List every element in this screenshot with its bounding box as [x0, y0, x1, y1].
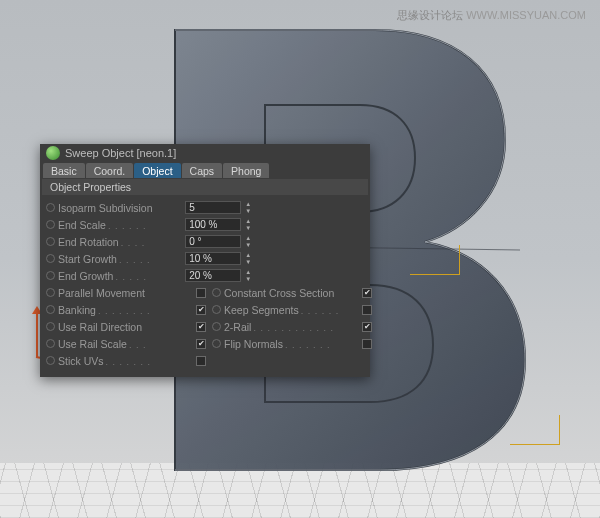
prop-row-isoparm: Isoparm Subdivision 5	[46, 199, 364, 216]
anim-dot-icon[interactable]	[46, 203, 55, 212]
end-scale-field[interactable]: 100 %	[185, 218, 241, 231]
prop-row-end-rotation: End Rotation. . . . 0 °	[46, 233, 364, 250]
anim-dot-icon[interactable]	[46, 339, 55, 348]
panel-tabs: Basic Coord. Object Caps Phong	[40, 162, 370, 179]
property-grid: Isoparm Subdivision 5 End Scale. . . . .…	[40, 195, 370, 371]
viewport-3d[interactable]: 思缘设计论坛 WWW.MISSYUAN.COM Sweep Object [ne…	[0, 0, 600, 518]
anim-dot-icon[interactable]	[46, 356, 55, 365]
attribute-panel: Sweep Object [neon.1] Basic Coord. Objec…	[40, 144, 370, 377]
anim-dot-icon[interactable]	[212, 305, 221, 314]
anim-dot-icon[interactable]	[212, 339, 221, 348]
selection-bracket	[410, 245, 460, 275]
isoparm-field[interactable]: 5	[185, 201, 241, 214]
anim-dot-icon[interactable]	[212, 288, 221, 297]
prop-row-end-scale: End Scale. . . . . . 100 %	[46, 216, 364, 233]
anim-dot-icon[interactable]	[46, 271, 55, 280]
selection-bracket	[510, 415, 560, 445]
tab-basic[interactable]: Basic	[43, 163, 85, 178]
use-rail-direction-checkbox[interactable]	[196, 322, 206, 332]
constant-cross-section-checkbox[interactable]	[362, 288, 372, 298]
tab-object[interactable]: Object	[134, 163, 180, 178]
panel-title-text: Sweep Object [neon.1]	[65, 147, 176, 159]
spinner-icon[interactable]	[244, 235, 252, 248]
anim-dot-icon[interactable]	[212, 322, 221, 331]
spinner-icon[interactable]	[244, 269, 252, 282]
parallel-movement-checkbox[interactable]	[196, 288, 206, 298]
use-rail-scale-checkbox[interactable]	[196, 339, 206, 349]
anim-dot-icon[interactable]	[46, 254, 55, 263]
prop-row-end-growth: End Growth. . . . . 20 %	[46, 267, 364, 284]
panel-title-bar: Sweep Object [neon.1]	[40, 144, 370, 162]
prop-row-start-growth: Start Growth. . . . . 10 %	[46, 250, 364, 267]
start-growth-field[interactable]: 10 %	[185, 252, 241, 265]
anim-dot-icon[interactable]	[46, 237, 55, 246]
2-rail-checkbox[interactable]	[362, 322, 372, 332]
anim-dot-icon[interactable]	[46, 305, 55, 314]
tab-coord[interactable]: Coord.	[86, 163, 134, 178]
anim-dot-icon[interactable]	[46, 288, 55, 297]
section-title: Object Properties	[42, 179, 368, 195]
sweep-object-icon	[46, 146, 60, 160]
end-rotation-field[interactable]: 0 °	[185, 235, 241, 248]
end-growth-field[interactable]: 20 %	[185, 269, 241, 282]
spinner-icon[interactable]	[244, 201, 252, 214]
tab-phong[interactable]: Phong	[223, 163, 269, 178]
banking-checkbox[interactable]	[196, 305, 206, 315]
spinner-icon[interactable]	[244, 218, 252, 231]
anim-dot-icon[interactable]	[46, 220, 55, 229]
keep-segments-checkbox[interactable]	[362, 305, 372, 315]
stick-uvs-checkbox[interactable]	[196, 356, 206, 366]
flip-normals-checkbox[interactable]	[362, 339, 372, 349]
tab-caps[interactable]: Caps	[182, 163, 223, 178]
spinner-icon[interactable]	[244, 252, 252, 265]
anim-dot-icon[interactable]	[46, 322, 55, 331]
